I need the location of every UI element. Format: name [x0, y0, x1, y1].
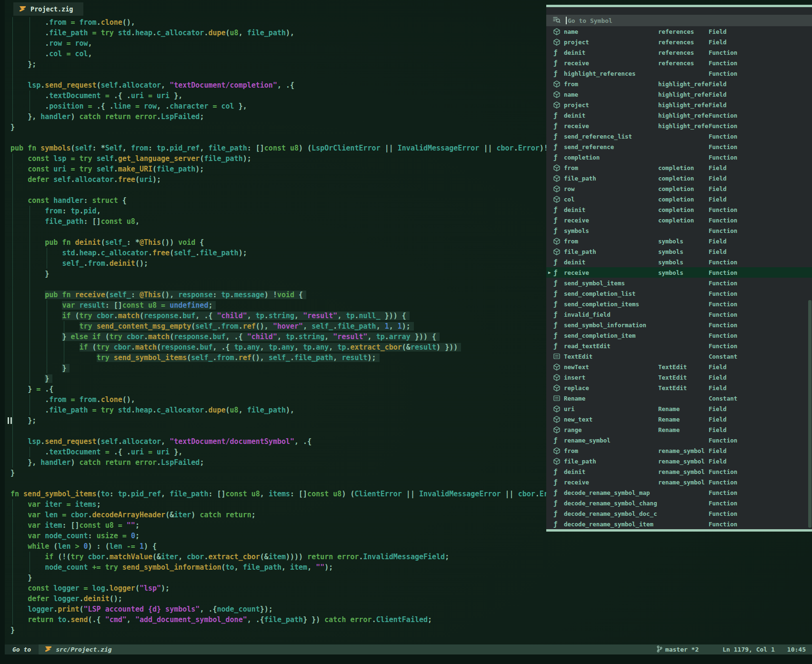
field-icon [553, 80, 564, 88]
symbol-list-item[interactable]: ▶rowcompletionField [546, 183, 812, 194]
field-icon [553, 175, 564, 182]
symbol-list-item[interactable]: ▶file_pathrename_symbolField [546, 456, 812, 466]
symbol-kind: Function [709, 60, 737, 67]
symbol-list-item[interactable]: ▶ƒsend_completion_listFunction [546, 288, 812, 299]
symbol-list-item[interactable]: ▶fromrename_symbolField [546, 445, 812, 456]
code-line[interactable]: while (len > 0) : (len -= 1) { [0, 541, 812, 552]
code-line[interactable]: logger.print("LSP accounted {d} symbols"… [0, 604, 812, 614]
symbol-list-item[interactable]: ▶projectreferencesField [546, 37, 812, 47]
symbol-list-item[interactable]: ▶projecthighlight_refeField [546, 100, 812, 110]
symbol-list-item[interactable]: ▶ƒsend_referenceFunction [546, 141, 812, 152]
symbol-list-item[interactable]: ▶ƒdeinitreferencesFunction [546, 47, 812, 58]
symbol-name: project [564, 39, 658, 46]
function-icon: ƒ [553, 258, 564, 266]
code-line[interactable]: return to.send(.{ "cmd", "add_document_s… [0, 614, 812, 625]
symbol-list-item[interactable]: ▶ƒreceivehighlight_refeFunction [546, 121, 812, 131]
symbol-container: rename_symbol [658, 458, 709, 465]
function-icon: ƒ [553, 49, 564, 56]
symbol-name: receive [564, 60, 658, 67]
function-icon: ƒ [553, 111, 564, 119]
function-icon: ƒ [553, 520, 564, 528]
symbol-list-item[interactable]: ▶ƒsymbolsFunction [546, 225, 812, 236]
symbol-list-item[interactable]: ▶ƒreceivecompletionFunction [546, 215, 812, 225]
symbol-list-item[interactable]: ▶ƒdecode_rename_symbol_itemFunction [546, 519, 812, 529]
symbol-list-item[interactable]: ▶ƒdeinitcompletionFunction [546, 204, 812, 215]
symbol-list-item[interactable]: ▶ƒdecode_rename_symbol_mapFunction [546, 487, 812, 498]
symbol-name: name [564, 91, 658, 98]
symbol-list-item[interactable]: ▶uriRenameField [546, 403, 812, 414]
symbol-list-item[interactable]: ▶namereferencesField [546, 26, 812, 37]
symbol-container: references [658, 49, 709, 56]
symbol-container: symbols [658, 248, 709, 255]
code-line[interactable]: } [0, 625, 812, 635]
symbol-kind: Field [709, 185, 727, 192]
symbol-list-item[interactable]: ▶fromcompletionField [546, 162, 812, 173]
code-line[interactable]: if (!(try cbor.matchValue(&iter, cbor.ex… [0, 552, 812, 562]
symbol-list-item[interactable]: ▶ƒread_textEditFunction [546, 341, 812, 351]
code-line[interactable]: const logger = log.logger("lsp"); [0, 583, 812, 594]
symbol-list-item[interactable]: ▶ƒreceivereferencesFunction [546, 58, 812, 68]
symbol-kind: Field [709, 447, 727, 454]
code-line[interactable]: node_count += try send_symbol_informatio… [0, 562, 812, 573]
file-path: src/Project.zig [56, 646, 111, 653]
symbol-list-item[interactable]: ▶TextEditConstant [546, 351, 812, 362]
symbol-kind: Constant [709, 353, 737, 360]
symbol-name: range [564, 426, 658, 433]
symbol-list-item[interactable]: ▶ƒdeinitsymbolsFunction [546, 257, 812, 267]
code-line[interactable]: } [0, 573, 812, 583]
symbol-kind: Field [709, 238, 727, 245]
cursor-position[interactable]: Ln 1179, Col 1 [722, 646, 775, 653]
symbol-list-item[interactable]: ▶ƒreceivesymbolsFunction [546, 267, 812, 278]
symbol-kind: Function [709, 70, 737, 77]
symbol-search-input[interactable]: Go to Symbol [546, 15, 812, 26]
symbol-list-item[interactable]: ▶ƒsend_completion_itemFunction [546, 330, 812, 341]
symbol-list-item[interactable]: ▶replaceTextEditField [546, 382, 812, 393]
symbol-list-item[interactable]: ▶ƒdecode_rename_symbol_doc_cFunction [546, 508, 812, 519]
tab-label: Project.zig [30, 5, 73, 13]
symbol-container: completion [658, 217, 709, 224]
symbol-list-item[interactable]: ▶ƒsend_reference_listFunction [546, 131, 812, 141]
symbol-name: deinit [564, 49, 658, 56]
file-path-segment[interactable]: src/Project.zig [39, 646, 118, 654]
symbol-list-item[interactable]: ▶insertTextEditField [546, 372, 812, 382]
symbol-name: file_path [564, 175, 658, 182]
tab-project-zig[interactable]: Project.zig [13, 2, 83, 16]
scrollbar-thumb[interactable] [808, 300, 812, 528]
symbol-list-item[interactable]: ▶fromhighlight_refeField [546, 79, 812, 89]
code-line[interactable]: var node_count: usize = 0; [0, 531, 812, 541]
symbol-list-item[interactable]: ▶file_pathsymbolsField [546, 246, 812, 257]
symbol-kind: Function [709, 133, 737, 140]
symbol-list-item[interactable]: ▶ƒsend_symbol_itemsFunction [546, 278, 812, 288]
function-icon: ƒ [553, 227, 564, 234]
symbol-kind: Field [709, 248, 727, 255]
symbol-list-item[interactable]: ▶ƒrename_symbolFunction [546, 435, 812, 445]
symbol-kind: Field [709, 39, 727, 46]
code-line[interactable]: defer logger.deinit(); [0, 594, 812, 604]
symbol-list-item[interactable]: ▶ƒreceiverename_symbolFunction [546, 477, 812, 487]
zig-icon [19, 5, 26, 14]
symbol-list-item[interactable]: ▶rangeRenameField [546, 424, 812, 435]
symbol-list-item[interactable]: ▶ƒsend_completion_itemsFunction [546, 299, 812, 309]
symbol-list-item[interactable]: ▶fromsymbolsField [546, 236, 812, 246]
symbol-list-item[interactable]: ▶namehighlight_refeField [546, 89, 812, 100]
symbol-kind: Function [709, 206, 737, 213]
symbol-list-item[interactable]: ▶ƒdeinitrename_symbolFunction [546, 466, 812, 477]
symbol-name: send_reference [564, 143, 658, 151]
symbol-list-item[interactable]: ▶colcompletionField [546, 194, 812, 204]
symbol-kind: Field [709, 80, 727, 88]
symbol-list-item[interactable]: ▶RenameConstant [546, 393, 812, 403]
symbol-list-item[interactable]: ▶ƒdeinithighlight_refeFunction [546, 110, 812, 121]
symbol-list-item[interactable]: ▶ƒdecode_rename_symbol_changFunction [546, 498, 812, 508]
symbol-list-item[interactable]: ▶newTextTextEditField [546, 362, 812, 372]
symbol-list-item[interactable]: ▶new_textRenameField [546, 414, 812, 424]
symbol-list-item[interactable]: ▶ƒhighlight_referencesFunction [546, 68, 812, 79]
symbol-list-item[interactable]: ▶ƒcompletionFunction [546, 152, 812, 162]
git-branch[interactable]: master *2 [657, 645, 699, 654]
symbol-name: receive [564, 269, 658, 276]
symbol-name: deinit [564, 206, 658, 213]
symbol-list-item[interactable]: ▶file_pathcompletionField [546, 173, 812, 183]
field-icon [553, 447, 564, 454]
symbol-list-item[interactable]: ▶ƒinvalid_fieldFunction [546, 309, 812, 320]
symbol-kind: Function [709, 269, 737, 276]
symbol-list-item[interactable]: ▶ƒsend_symbol_informationFunction [546, 320, 812, 330]
